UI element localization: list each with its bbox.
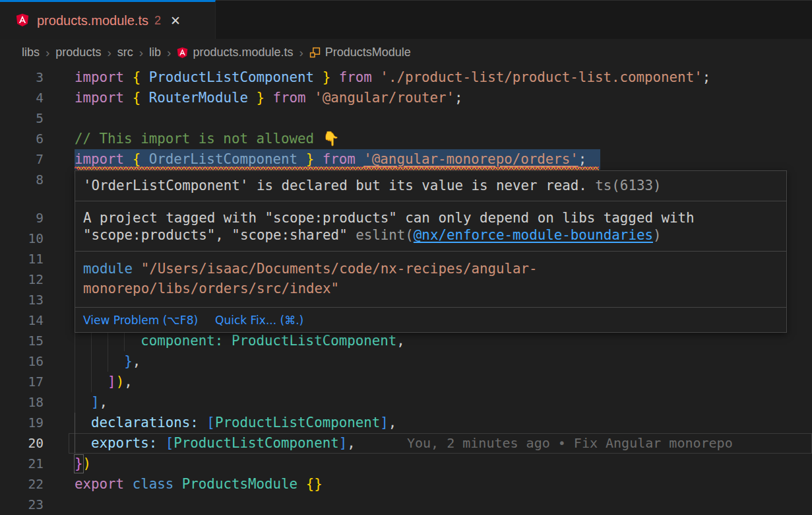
line-number[interactable]: 8 bbox=[0, 170, 44, 190]
tooltip-text: eslint( bbox=[356, 227, 414, 243]
line-number[interactable]: 21 bbox=[0, 454, 44, 474]
line-number[interactable]: 12 bbox=[0, 269, 44, 290]
token bbox=[297, 151, 306, 167]
close-icon[interactable]: ✕ bbox=[170, 15, 181, 27]
breadcrumb-label: libs bbox=[22, 46, 40, 59]
token: class bbox=[133, 476, 174, 492]
line-number[interactable]: 3 bbox=[0, 67, 44, 88]
line-number[interactable]: 20 bbox=[0, 433, 44, 454]
line-number[interactable]: 16 bbox=[0, 351, 44, 372]
line-number[interactable]: 7 bbox=[0, 149, 44, 170]
line-number[interactable]: 10 bbox=[0, 228, 44, 249]
token: ; bbox=[454, 90, 463, 106]
token: from bbox=[323, 151, 356, 167]
breadcrumb-item-lib[interactable]: lib bbox=[149, 46, 161, 59]
token bbox=[75, 333, 141, 349]
breadcrumb-item-products[interactable]: products bbox=[55, 46, 101, 59]
tab-bar: products.module.ts 2 ✕ bbox=[0, 0, 812, 39]
token: ) bbox=[116, 374, 125, 390]
token: from bbox=[273, 90, 306, 106]
breadcrumb-label: products bbox=[55, 46, 101, 59]
code-line-22[interactable]: 22export class ProductsModule {} bbox=[0, 474, 812, 495]
token bbox=[314, 151, 323, 167]
token: exports: bbox=[91, 435, 157, 451]
token: [ bbox=[166, 435, 174, 451]
code-line-19[interactable]: 19 declarations: [ProductListComponent], bbox=[0, 413, 812, 433]
line-number[interactable]: 9 bbox=[0, 208, 44, 228]
token: , bbox=[389, 415, 397, 430]
line-number[interactable]: 18 bbox=[0, 392, 44, 413]
breadcrumb-separator: › bbox=[107, 46, 111, 60]
code-line-4[interactable]: 4import { RouterModule } from '@angular/… bbox=[0, 88, 812, 108]
line-number[interactable]: 15 bbox=[0, 331, 44, 351]
line-number[interactable]: 4 bbox=[0, 88, 44, 108]
tooltip-text: module bbox=[83, 261, 133, 277]
code-line-18[interactable]: 18 ], bbox=[0, 392, 812, 413]
diagnostic-hover-tooltip: 'OrderListComponent' is declared but its… bbox=[75, 170, 787, 333]
code-line-16[interactable]: 16 }, bbox=[0, 351, 812, 372]
token: { bbox=[133, 69, 141, 85]
breadcrumb-item-libs[interactable]: libs bbox=[22, 46, 40, 59]
token bbox=[356, 151, 364, 167]
token: ) bbox=[83, 456, 92, 471]
code-line-17[interactable]: 17 ]), bbox=[0, 372, 812, 392]
line-number[interactable]: 11 bbox=[0, 249, 44, 269]
tooltip-text: monorepo/libs/orders/src/index" bbox=[83, 281, 339, 296]
token: [ bbox=[206, 415, 215, 430]
token: {} bbox=[306, 476, 323, 492]
token: , bbox=[100, 394, 108, 410]
breadcrumb-separator: › bbox=[46, 46, 49, 60]
tooltip-text: ) bbox=[653, 227, 662, 243]
token: '@angular/router' bbox=[314, 90, 454, 106]
token bbox=[223, 333, 232, 349]
line-number[interactable]: 22 bbox=[0, 474, 44, 495]
token: { bbox=[133, 151, 141, 167]
breadcrumb-item-src[interactable]: src bbox=[117, 46, 133, 59]
line-number[interactable]: 23 bbox=[0, 495, 44, 515]
breadcrumb-label: products.module.ts bbox=[193, 46, 293, 59]
token: , bbox=[133, 353, 141, 369]
git-blame-annotation: You, 2 minutes ago • Fix Angular monorep… bbox=[407, 433, 733, 454]
token bbox=[330, 69, 339, 85]
code-line-20[interactable]: 20 exports: [ProductListComponent],You, … bbox=[0, 433, 812, 454]
token bbox=[75, 415, 91, 430]
code-line-5[interactable]: 5 bbox=[0, 108, 812, 129]
code-line-21[interactable]: 21}) bbox=[0, 454, 812, 474]
token bbox=[372, 69, 381, 85]
breadcrumb-label: src bbox=[117, 46, 133, 59]
tab-problems-badge: 2 bbox=[154, 14, 161, 28]
code-line-15[interactable]: 15 component: ProductListComponent, bbox=[0, 331, 812, 351]
token: export bbox=[75, 476, 124, 492]
line-number[interactable]: 5 bbox=[0, 108, 44, 129]
breadcrumb-label: lib bbox=[149, 46, 161, 59]
token: RouterModule bbox=[149, 90, 248, 106]
angular-icon bbox=[16, 13, 29, 29]
token: declarations: bbox=[91, 415, 199, 430]
token: OrderListComponent bbox=[149, 151, 297, 167]
line-number[interactable]: 13 bbox=[0, 290, 44, 310]
token bbox=[124, 69, 133, 85]
tab-products-module[interactable]: products.module.ts 2 ✕ bbox=[0, 0, 216, 40]
line-number[interactable]: 17 bbox=[0, 372, 44, 392]
view-problem-action[interactable]: View Problem (⌥F8) bbox=[83, 314, 198, 327]
token: ProductListComponent bbox=[173, 435, 338, 451]
tooltip-text: "/Users/isaac/Documents/code/nx-recipes/… bbox=[133, 261, 538, 277]
hover-actions: View Problem (⌥F8)Quick Fix... (⌘.) bbox=[75, 307, 786, 332]
line-number[interactable]: 19 bbox=[0, 413, 44, 433]
tooltip-text: "scope:products", "scope:shared" bbox=[83, 227, 356, 243]
token bbox=[248, 90, 257, 106]
code-line-3[interactable]: 3import { ProductListComponent } from '.… bbox=[0, 67, 812, 88]
token: './product-list/product-list.component' bbox=[380, 69, 702, 85]
line-number[interactable]: 14 bbox=[0, 310, 44, 331]
line-number[interactable]: 6 bbox=[0, 129, 44, 149]
quick-fix-action[interactable]: Quick Fix... (⌘.) bbox=[215, 314, 303, 327]
eslint-rule-link[interactable]: @nx/enforce-module-boundaries bbox=[414, 227, 653, 243]
token bbox=[157, 435, 166, 451]
code-line-23[interactable]: 23 bbox=[0, 495, 812, 515]
token bbox=[124, 476, 133, 492]
token: ] bbox=[108, 374, 116, 390]
breadcrumb-item-products-module-ts[interactable]: products.module.ts bbox=[177, 46, 293, 59]
code-line-7[interactable]: 7import { OrderListComponent } from '@an… bbox=[0, 149, 812, 170]
code-line-6[interactable]: 6// This import is not allowed 👇 bbox=[0, 129, 812, 149]
breadcrumb-item-productsmodule[interactable]: ProductsModule bbox=[309, 46, 411, 59]
